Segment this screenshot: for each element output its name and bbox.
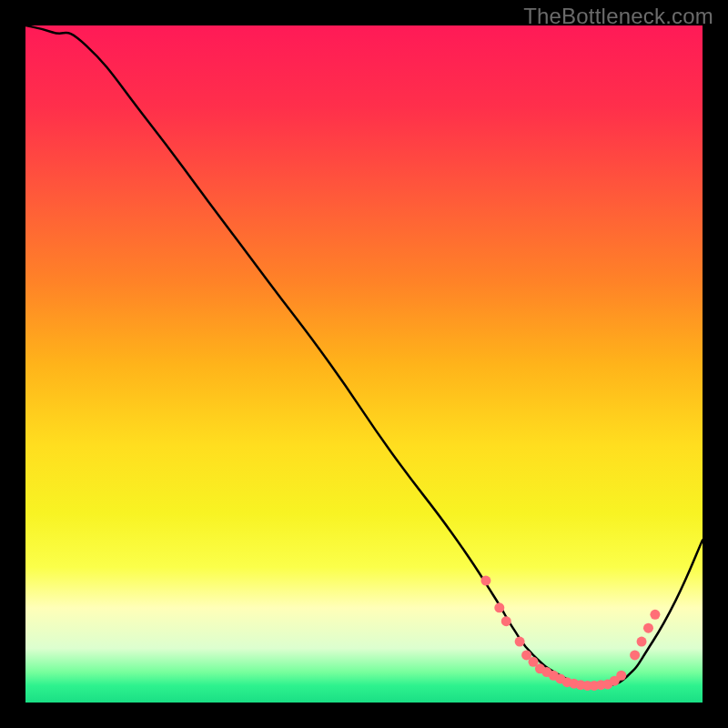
- highlight-dot: [515, 637, 525, 647]
- highlight-dot: [480, 576, 490, 586]
- watermark-text: TheBottleneck.com: [523, 4, 713, 29]
- highlight-dot: [494, 602, 504, 612]
- highlight-dot: [650, 610, 660, 620]
- gradient-background: [25, 25, 703, 703]
- highlight-dot: [616, 671, 626, 681]
- highlight-dot: [630, 650, 640, 660]
- highlight-dot: [637, 637, 647, 647]
- chart-frame: TheBottleneck.com: [0, 0, 728, 728]
- chart-svg: [25, 25, 703, 703]
- highlight-dot: [643, 623, 653, 633]
- highlight-dot: [501, 616, 511, 626]
- plot-area: [25, 25, 703, 703]
